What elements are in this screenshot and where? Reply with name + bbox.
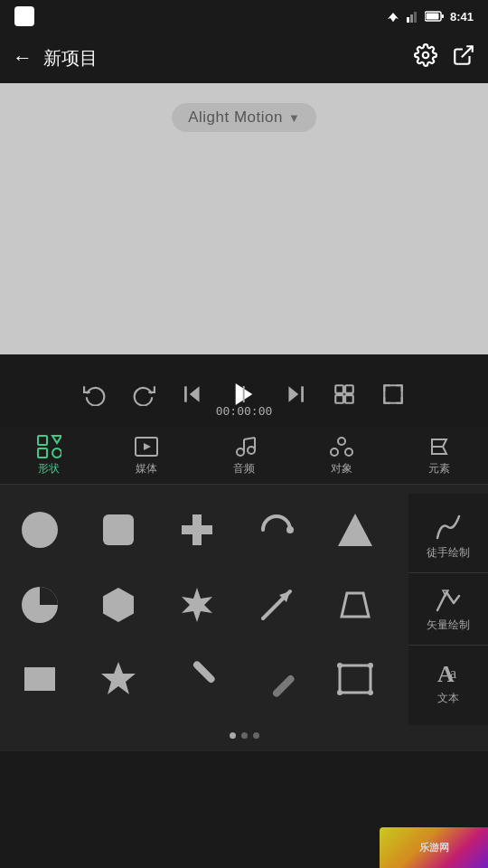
- pagination-dots: [0, 725, 488, 742]
- crop-button[interactable]: [381, 382, 405, 406]
- white-square-icon: [14, 6, 34, 26]
- shape-rounded-rect[interactable]: [86, 497, 151, 562]
- current-time: 00:00:00: [216, 404, 273, 418]
- tab-bar: 形状 媒体 音频: [0, 427, 488, 485]
- freehand-icon: [434, 513, 463, 542]
- shape-circle[interactable]: [7, 497, 72, 562]
- svg-marker-22: [52, 436, 61, 443]
- svg-point-55: [368, 690, 373, 695]
- redo-button[interactable]: [132, 382, 155, 406]
- vector-icon: [434, 585, 463, 614]
- undo-button[interactable]: [83, 382, 107, 406]
- tab-elements[interactable]: 元素: [390, 427, 488, 484]
- shapes-left-grid: [0, 494, 408, 725]
- settings-button[interactable]: [414, 43, 437, 72]
- skip-back-button[interactable]: [181, 382, 204, 406]
- shape-star5[interactable]: [86, 646, 151, 712]
- text-icon: A a: [434, 658, 463, 687]
- shape-rect[interactable]: [7, 646, 72, 712]
- vector-label: 矢量绘制: [427, 618, 470, 633]
- svg-rect-6: [441, 14, 444, 18]
- shape-star6[interactable]: [164, 572, 230, 637]
- tab-audio-label: 音频: [233, 461, 255, 476]
- freehand-draw-button[interactable]: 徒手绘制: [408, 501, 488, 573]
- shapes-main-area: 徒手绘制 矢量绘制 A a 文本: [0, 494, 488, 725]
- redo-icon: [132, 382, 155, 406]
- svg-rect-21: [38, 436, 47, 445]
- nav-left: ← 新项目: [13, 46, 98, 71]
- project-title: 新项目: [43, 46, 98, 71]
- shape-hexagon[interactable]: [86, 572, 151, 637]
- loop-button[interactable]: [333, 382, 356, 406]
- shape-plus[interactable]: [164, 497, 230, 562]
- time-marker-line: [243, 386, 245, 402]
- status-bar-left: [14, 6, 34, 26]
- dot-1: [230, 732, 236, 739]
- tab-media[interactable]: 媒体: [98, 427, 195, 484]
- shape-arc[interactable]: [244, 497, 309, 562]
- preview-area: Alight Motion ▼: [0, 83, 488, 354]
- object-tab-icon: [329, 434, 354, 459]
- nav-right: [414, 43, 475, 72]
- back-button[interactable]: ←: [13, 46, 33, 70]
- shape-slash2[interactable]: [244, 646, 309, 712]
- tab-object[interactable]: 对象: [293, 427, 390, 484]
- svg-point-32: [331, 448, 338, 456]
- svg-marker-48: [101, 662, 136, 694]
- svg-rect-47: [24, 667, 55, 691]
- svg-point-54: [337, 690, 343, 695]
- skip-forward-button[interactable]: [284, 382, 307, 406]
- svg-rect-15: [335, 385, 343, 393]
- svg-marker-40: [338, 514, 372, 546]
- watermark-badge[interactable]: Alight Motion ▼: [172, 103, 316, 132]
- time-display: 8:41: [450, 10, 474, 24]
- tab-shapes-label: 形状: [38, 461, 60, 476]
- svg-marker-46: [342, 593, 369, 617]
- svg-point-35: [22, 512, 58, 548]
- watermark-text: Alight Motion: [188, 108, 283, 127]
- svg-point-27: [248, 447, 255, 454]
- wifi-icon: [385, 10, 401, 23]
- shapes-right-tools: 徒手绘制 矢量绘制 A a 文本: [408, 494, 488, 725]
- shape-rect-outline[interactable]: [323, 646, 388, 712]
- settings-icon: [414, 43, 437, 67]
- svg-marker-25: [144, 443, 151, 450]
- shape-slash1[interactable]: [164, 646, 230, 712]
- svg-text:a: a: [450, 665, 456, 681]
- svg-point-52: [337, 663, 343, 668]
- shape-trapezoid[interactable]: [323, 572, 388, 637]
- svg-rect-23: [38, 448, 47, 458]
- shape-triangle[interactable]: [323, 497, 388, 562]
- shape-arrow-diagonal[interactable]: [244, 572, 309, 637]
- svg-rect-38: [182, 525, 212, 534]
- export-button[interactable]: [452, 43, 475, 72]
- tab-shapes[interactable]: 形状: [0, 427, 98, 484]
- svg-line-9: [462, 46, 473, 57]
- svg-rect-2: [407, 17, 409, 23]
- text-tool-button[interactable]: A a 文本: [408, 646, 488, 718]
- media-tab-icon: [134, 434, 159, 459]
- top-nav: ← 新项目: [0, 33, 488, 83]
- svg-line-30: [244, 438, 255, 439]
- svg-marker-43: [182, 588, 212, 622]
- dot-2: [241, 732, 248, 739]
- shapes-grid: 徒手绘制 矢量绘制 A a 文本: [0, 485, 488, 751]
- elements-tab-icon: [427, 434, 452, 459]
- svg-rect-17: [335, 395, 343, 403]
- time-indicator: 00:00:00: [216, 386, 273, 418]
- svg-marker-11: [190, 386, 200, 401]
- svg-marker-14: [288, 386, 298, 401]
- tab-audio[interactable]: 音频: [195, 427, 293, 484]
- shapes-tab-icon: [36, 434, 61, 459]
- svg-point-31: [338, 438, 345, 445]
- svg-marker-42: [103, 588, 134, 622]
- shape-pie[interactable]: [7, 572, 72, 637]
- watermark-brand: 乐游网: [419, 841, 449, 854]
- corner-watermark: 乐游网: [380, 827, 488, 868]
- svg-point-33: [345, 448, 352, 456]
- svg-rect-50: [271, 675, 296, 699]
- vector-draw-button[interactable]: 矢量绘制: [408, 573, 488, 646]
- audio-tab-icon: [231, 434, 257, 459]
- signal-icon: [407, 10, 419, 23]
- loop-icon: [333, 382, 356, 406]
